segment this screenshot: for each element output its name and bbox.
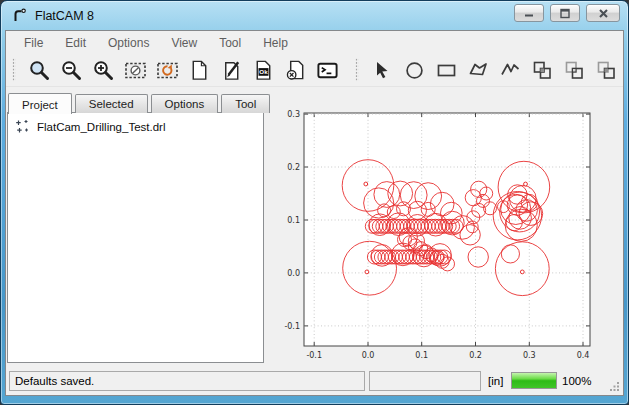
select-arrow-icon: [371, 59, 394, 82]
menu-item[interactable]: Tool: [208, 34, 252, 52]
svg-text:0.1: 0.1: [415, 351, 428, 360]
close-button[interactable]: [586, 4, 620, 22]
polygon-subtract-button[interactable]: [592, 56, 620, 84]
progress-bar-fill: [512, 373, 556, 388]
svg-text:-0.1: -0.1: [306, 351, 322, 360]
tab[interactable]: Tool: [221, 94, 270, 113]
shell-button[interactable]: [313, 56, 341, 84]
rectangle-tool-icon: [435, 59, 458, 82]
polygon-subtract-icon: [595, 59, 618, 82]
flatcam-logo-icon: [11, 7, 28, 24]
menu-item[interactable]: File: [13, 34, 54, 52]
client-area: FileEditOptionsViewToolHelp: [5, 30, 624, 396]
zoom-in-icon: [92, 59, 115, 82]
polygon-tool-icon: [467, 59, 490, 82]
plot-canvas[interactable]: -0.10.00.10.20.30.4-0.10.00.10.20.3: [268, 108, 621, 366]
polygon-union-icon: [531, 59, 554, 82]
progress-percent-label: 100%: [562, 371, 591, 391]
svg-text:Ok: Ok: [259, 68, 268, 75]
plot-pane: -0.10.00.10.20.30.4-0.10.00.10.20.3: [268, 108, 621, 366]
zoom-fit-icon: [28, 59, 51, 82]
polygon-intersection-icon: [563, 59, 586, 82]
add-polygon-button[interactable]: [464, 56, 492, 84]
circle-tool-icon: [403, 59, 426, 82]
maximize-button[interactable]: [550, 4, 580, 22]
status-message: Defaults saved.: [9, 371, 365, 391]
tree-item-label: FlatCam_Drilling_Test.drl: [37, 121, 165, 133]
tree-item[interactable]: FlatCam_Drilling_Test.drl: [8, 113, 263, 134]
polygon-intersection-button[interactable]: [560, 56, 588, 84]
close-icon: [598, 8, 609, 19]
menu-item[interactable]: Edit: [54, 34, 97, 52]
svg-text:0.2: 0.2: [287, 163, 300, 172]
tab[interactable]: Selected: [75, 94, 148, 113]
project-tree: FlatCam_Drilling_Test.drl: [7, 112, 264, 363]
units-label: [in]: [488, 371, 503, 391]
left-panel-tabs: ProjectSelectedOptionsTool: [8, 91, 273, 113]
new-file-button[interactable]: [185, 56, 213, 84]
tab[interactable]: Project: [8, 93, 72, 114]
replot-icon: [156, 59, 179, 82]
zoom-out-button[interactable]: [57, 56, 85, 84]
edit-file-button[interactable]: [217, 56, 245, 84]
edit-file-icon: [220, 59, 243, 82]
add-path-button[interactable]: [496, 56, 524, 84]
add-circle-button[interactable]: [400, 56, 428, 84]
window-controls: [514, 4, 620, 22]
app-window: FlatCAM 8 FileEditOptionsViewToolHelp: [0, 0, 629, 405]
zoom-in-button[interactable]: [89, 56, 117, 84]
menu-bar: FileEditOptionsViewToolHelp: [6, 32, 299, 53]
delete-object-icon: [284, 59, 307, 82]
svg-text:0.3: 0.3: [523, 351, 536, 360]
resize-grip-icon[interactable]: [609, 380, 620, 391]
svg-text:0.4: 0.4: [577, 351, 590, 360]
add-rectangle-button[interactable]: [432, 56, 460, 84]
svg-text:0.1: 0.1: [287, 216, 300, 225]
toolbar: Ok: [6, 54, 623, 87]
clear-plot-button[interactable]: [121, 56, 149, 84]
svg-text:-0.1: -0.1: [284, 322, 300, 331]
svg-text:0.3: 0.3: [287, 110, 300, 119]
svg-text:0.0: 0.0: [287, 269, 300, 278]
drill-icon: [15, 119, 30, 134]
progress-bar: [511, 372, 557, 389]
polygon-union-button[interactable]: [528, 56, 556, 84]
svg-text:0.2: 0.2: [469, 351, 482, 360]
new-file-icon: [188, 59, 211, 82]
zoom-fit-button[interactable]: [25, 56, 53, 84]
delete-object-button[interactable]: [281, 56, 309, 84]
zoom-out-icon: [60, 59, 83, 82]
clear-plot-icon: [124, 59, 147, 82]
select-tool-button[interactable]: [368, 56, 396, 84]
window-title: FlatCAM 8: [35, 9, 94, 23]
minimize-button[interactable]: [514, 4, 544, 22]
path-tool-icon: [499, 59, 522, 82]
toolbar-drag-handle[interactable]: [12, 58, 16, 82]
ok-file-button[interactable]: Ok: [249, 56, 277, 84]
ok-file-icon: Ok: [252, 59, 275, 82]
status-bar: Defaults saved. [in] 100%: [6, 366, 623, 395]
menu-item[interactable]: View: [160, 34, 208, 52]
replot-button[interactable]: [153, 56, 181, 84]
menu-item[interactable]: Options: [97, 34, 160, 52]
status-aux-box: [369, 371, 481, 391]
maximize-icon: [559, 8, 571, 19]
tab[interactable]: Options: [151, 94, 219, 113]
minimize-icon: [523, 8, 535, 18]
toolbar-drag-handle[interactable]: [355, 58, 359, 82]
svg-text:0.0: 0.0: [362, 351, 375, 360]
shell-icon: [316, 59, 339, 82]
menu-item[interactable]: Help: [252, 34, 299, 52]
